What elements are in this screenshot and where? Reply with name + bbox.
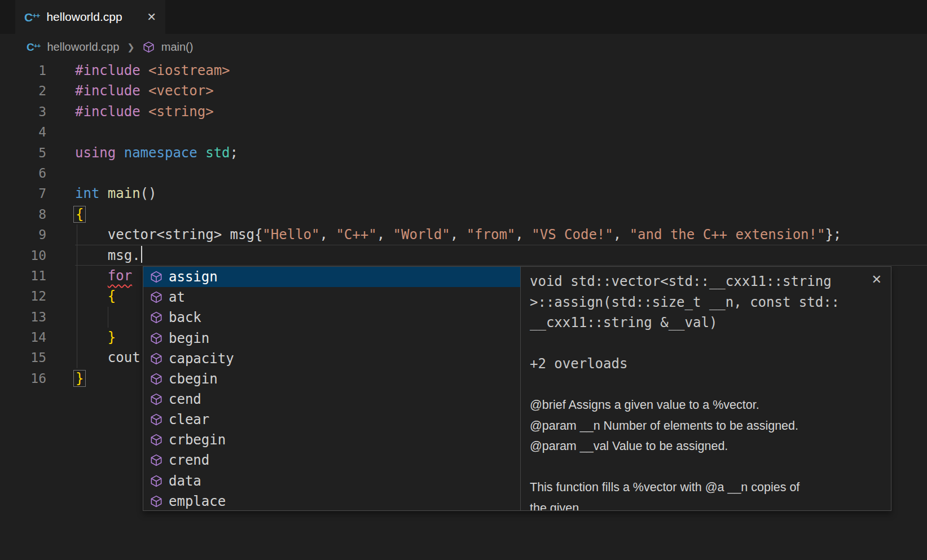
code-line[interactable]: 3#include <string> <box>0 102 927 122</box>
chevron-right-icon: ❯ <box>126 42 135 52</box>
code-text: vector<string> msg{"Hello", "C++", "Worl… <box>75 224 927 245</box>
code-token <box>197 145 205 161</box>
code-line[interactable]: 4 <box>0 122 927 142</box>
code-token: <string> <box>148 104 214 120</box>
code-token: , <box>613 227 630 242</box>
docs-body-line: @param __n Number of elements to be assi… <box>530 416 881 436</box>
symbol-cube-icon <box>150 311 162 324</box>
suggestion-item-at[interactable]: at <box>143 287 520 307</box>
code-token: , <box>515 227 531 242</box>
code-text: int main() <box>75 183 927 204</box>
suggestion-item-capacity[interactable]: capacity <box>143 349 520 369</box>
breadcrumb-file[interactable]: helloworld.cpp <box>47 41 119 54</box>
line-number: 11 <box>0 266 46 286</box>
line-number: 9 <box>0 224 46 245</box>
suggestion-label: cbegin <box>169 371 218 387</box>
code-token: main <box>108 186 140 201</box>
code-text: msg. <box>75 245 927 266</box>
tab-bar: C++ helloworld.cpp ✕ <box>0 0 927 34</box>
code-line[interactable]: 5using namespace std; <box>0 143 927 163</box>
code-token: } <box>73 370 86 387</box>
code-token: msg. <box>75 248 140 263</box>
code-line[interactable]: 1#include <iostream> <box>0 60 927 81</box>
suggestion-item-emplace[interactable]: emplace <box>143 491 520 510</box>
code-text <box>75 163 927 183</box>
line-number: 2 <box>0 81 46 101</box>
docs-signature: >::assign(std::size_t __n, const std:: <box>530 292 881 313</box>
code-token: ; <box>230 145 238 161</box>
code-token <box>75 268 108 284</box>
code-line[interactable]: 2#include <vector> <box>0 81 927 101</box>
line-number: 10 <box>0 245 46 266</box>
code-token: cout <box>75 350 140 365</box>
line-number: 1 <box>0 60 46 81</box>
suggestion-item-crbegin[interactable]: crbegin <box>143 430 520 450</box>
line-number: 16 <box>0 368 46 389</box>
symbol-cube-icon <box>150 393 162 405</box>
code-token: } <box>108 329 116 345</box>
code-token <box>140 83 148 99</box>
suggest-widget: assignatbackbegincapacitycbegincendclear… <box>143 266 891 511</box>
vscode-window: C++ helloworld.cpp ✕ C++ helloworld.cpp … <box>0 0 927 560</box>
docs-body-line: the given <box>530 498 881 511</box>
code-token: <vector> <box>148 83 214 99</box>
breadcrumb-symbol[interactable]: main() <box>161 41 194 54</box>
suggestion-item-data[interactable]: data <box>143 471 520 491</box>
symbol-cube-icon <box>150 495 162 508</box>
suggestion-label: capacity <box>169 351 234 367</box>
docs-spacer <box>530 333 881 354</box>
docs-body-line: @brief Assigns a given value to a %vecto… <box>530 395 881 416</box>
code-token: vector<string> msg{ <box>75 227 262 242</box>
suggestion-item-cbegin[interactable]: cbegin <box>143 369 520 389</box>
code-token: <iostream> <box>148 63 230 78</box>
code-line[interactable]: 6 <box>0 163 927 183</box>
code-line[interactable]: 10 msg. <box>0 245 927 266</box>
docs-signature: __cxx11::string &__val) <box>530 312 881 333</box>
code-text <box>75 122 927 142</box>
symbol-cube-icon <box>150 291 162 303</box>
line-number: 5 <box>0 143 46 163</box>
code-token: using <box>75 145 116 161</box>
code-line[interactable]: 8{ <box>0 204 927 224</box>
symbol-cube-icon <box>150 454 162 466</box>
docs-body-line: @param __val Value to be assigned. <box>530 436 881 457</box>
code-token: "VS Code!" <box>531 227 613 242</box>
line-number: 4 <box>0 122 46 142</box>
docs-signature: void std::vector<std::__cxx11::string <box>530 271 881 292</box>
code-token: "Hello" <box>262 227 319 242</box>
tab-helloworld-cpp[interactable]: C++ helloworld.cpp ✕ <box>15 0 165 34</box>
line-number: 3 <box>0 102 46 122</box>
line-number: 15 <box>0 347 46 368</box>
suggestion-item-cend[interactable]: cend <box>143 389 520 409</box>
code-token: "from" <box>467 227 516 242</box>
code-token: "C++" <box>336 227 376 242</box>
code-line[interactable]: 7int main() <box>0 183 927 204</box>
suggestion-label: at <box>169 289 185 305</box>
suggestion-item-clear[interactable]: clear <box>143 409 520 430</box>
docs-body-line <box>530 457 881 478</box>
code-token: { <box>73 206 86 223</box>
code-text: #include <iostream> <box>75 60 927 81</box>
docs-close-icon[interactable]: ✕ <box>872 272 882 287</box>
code-token <box>99 186 107 201</box>
suggestion-item-back[interactable]: back <box>143 307 520 328</box>
code-line[interactable]: 9 vector<string> msg{"Hello", "C++", "Wo… <box>0 224 927 245</box>
suggestion-label: begin <box>169 330 209 346</box>
suggestion-item-crend[interactable]: crend <box>143 450 520 470</box>
code-token: #include <box>75 83 140 99</box>
code-token: namespace <box>124 145 197 161</box>
code-token <box>140 104 148 120</box>
code-token <box>140 63 148 78</box>
suggestion-item-begin[interactable]: begin <box>143 328 520 348</box>
line-number: 14 <box>0 327 46 347</box>
symbol-cube-icon <box>150 332 162 345</box>
suggestion-label: data <box>169 473 201 489</box>
code-text: { <box>75 204 927 224</box>
error-squiggle-token: for <box>108 268 132 284</box>
cpp-file-icon: C++ <box>24 11 39 23</box>
code-token: () <box>140 186 157 201</box>
tab-label: helloworld.cpp <box>46 10 122 24</box>
suggestion-item-assign[interactable]: assign <box>143 267 520 287</box>
line-number: 12 <box>0 286 46 306</box>
tab-close-icon[interactable]: ✕ <box>147 10 156 24</box>
